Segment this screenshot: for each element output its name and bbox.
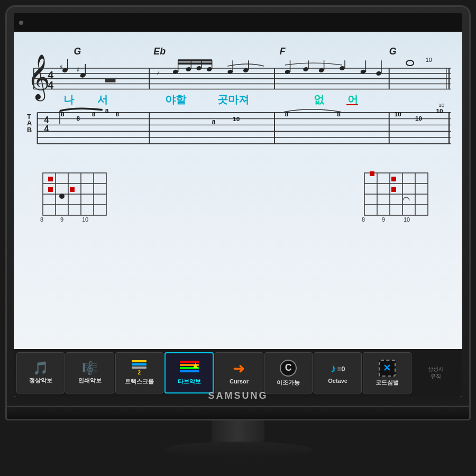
sharp-note-1: ♯ bbox=[60, 63, 63, 71]
svg-text:10: 10 bbox=[82, 216, 88, 223]
tab-num-6: 8 bbox=[212, 118, 216, 126]
monitor-bottom bbox=[5, 407, 471, 420]
cursor-label: Cursor bbox=[230, 378, 249, 385]
tab-b: B bbox=[27, 126, 32, 134]
music-notation-svg: G Eb F G 𝄞 4 4 bbox=[24, 40, 452, 167]
print-score-label: 인쇄악보 bbox=[78, 377, 102, 385]
half-rest bbox=[105, 78, 116, 83]
chord-diagram-2: 8 9 10 bbox=[356, 169, 441, 227]
monitor-neck bbox=[212, 420, 264, 442]
tab-num-11: 10 bbox=[415, 115, 423, 122]
svg-rect-10 bbox=[48, 187, 53, 192]
screen: G Eb F G 𝄞 4 4 bbox=[14, 32, 462, 397]
svg-text:9: 9 bbox=[382, 216, 385, 223]
transpose-icon: C bbox=[280, 360, 297, 377]
svg-rect-26 bbox=[391, 187, 396, 192]
btn-transpose[interactable]: C 이조가능 bbox=[264, 352, 313, 393]
lyric-4: 곳마져 bbox=[217, 94, 249, 105]
btn-octave[interactable]: ♪ =0 Octave bbox=[314, 352, 362, 393]
track-scroll-icon: 2 bbox=[132, 360, 147, 376]
tab-num-10: 10 bbox=[395, 111, 402, 118]
chord-diagrams-container: 8 9 10 bbox=[24, 169, 452, 230]
tab-num-12: 10 bbox=[436, 107, 443, 115]
lyric-1: 나 bbox=[63, 94, 75, 105]
normal-score-icon: 🎵 bbox=[33, 362, 49, 374]
sheet-music-area: G Eb F G 𝄞 4 4 bbox=[14, 32, 462, 349]
lyric-6: 어 bbox=[347, 94, 358, 105]
btn-normal-score[interactable]: 🎵 정상악보 bbox=[16, 352, 65, 393]
chord-g1: G bbox=[74, 46, 81, 57]
chord-diagram-2-svg: 8 9 10 bbox=[356, 169, 441, 227]
position-number: 10 bbox=[426, 57, 432, 63]
svg-rect-25 bbox=[391, 177, 396, 181]
print-score-icon: 🎼 bbox=[82, 362, 98, 374]
chord-eb: Eb bbox=[153, 46, 166, 57]
track-scroll-label: 트랙스크롤 bbox=[125, 378, 154, 386]
branding-text: 삼성시뮤직 bbox=[428, 365, 444, 380]
chord-diagram-1: 8 9 10 bbox=[35, 169, 120, 227]
tab-score-label: 타브악보 bbox=[178, 378, 201, 386]
svg-text:8: 8 bbox=[40, 216, 43, 223]
chord-symbol-icon: ✕ bbox=[379, 360, 396, 377]
normal-score-label: 정상악보 bbox=[29, 377, 52, 385]
svg-rect-9 bbox=[48, 177, 53, 181]
svg-rect-24 bbox=[370, 171, 374, 176]
chord-symbol-label: 코드심벌 bbox=[376, 379, 399, 387]
chord-f: F bbox=[280, 46, 286, 57]
tab-position-10: 10 bbox=[438, 102, 444, 108]
lyric-3: 야할 bbox=[165, 94, 187, 105]
btn-branding: 삼성시뮤직 bbox=[413, 352, 460, 393]
chord-diagram-1-svg: 8 9 10 bbox=[35, 169, 120, 227]
chord-g2: G bbox=[389, 46, 397, 57]
tab-time-top: 4 bbox=[44, 115, 49, 124]
eighth-flag: ♪ bbox=[157, 69, 159, 76]
btn-tab-score[interactable]: ▲ 타브악보 bbox=[164, 352, 214, 393]
svg-text:10: 10 bbox=[404, 216, 410, 223]
octave-icon: ♪ =0 bbox=[331, 362, 345, 376]
btn-print-score[interactable]: 🎼 인쇄악보 bbox=[66, 352, 114, 393]
lyric-5: 없 bbox=[314, 94, 325, 105]
svg-rect-11 bbox=[70, 187, 75, 192]
svg-text:8: 8 bbox=[362, 216, 365, 223]
tab-num-3: 8 bbox=[92, 111, 96, 118]
tab-num-4: 8 bbox=[105, 107, 109, 115]
transpose-label: 이조가능 bbox=[277, 379, 300, 387]
svg-point-12 bbox=[59, 194, 65, 199]
btn-cursor[interactable]: ➜ Cursor bbox=[215, 352, 263, 393]
samsung-logo: SAMSUNG bbox=[208, 390, 268, 401]
toolbar: 🎵 정상악보 🎼 인쇄악보 2 트랙스크롤 bbox=[14, 349, 462, 397]
tab-num-5: 8 bbox=[115, 111, 119, 118]
tab-num-9: 8 bbox=[337, 111, 341, 118]
sharp-note-2: ♯ bbox=[77, 66, 80, 74]
cursor-icon: ➜ bbox=[233, 361, 245, 376]
power-indicator bbox=[19, 21, 23, 25]
monitor-outer: G Eb F G 𝄞 4 4 bbox=[5, 5, 471, 407]
lyric-2: 서 bbox=[97, 94, 108, 105]
treble-clef: 𝄞 bbox=[27, 54, 50, 102]
tab-num-2: 8 bbox=[77, 115, 80, 122]
btn-chord-symbol[interactable]: ✕ 코드심벌 bbox=[363, 352, 411, 393]
octave-label: Octave bbox=[328, 378, 347, 384]
tab-score-icon: ▲ bbox=[180, 361, 199, 376]
btn-track-scroll[interactable]: 2 트랙스크롤 bbox=[115, 352, 163, 393]
svg-text:9: 9 bbox=[60, 216, 63, 223]
tab-num-7: 10 bbox=[233, 115, 240, 123]
tab-time-bottom: 4 bbox=[44, 124, 49, 133]
monitor-base bbox=[164, 442, 312, 457]
